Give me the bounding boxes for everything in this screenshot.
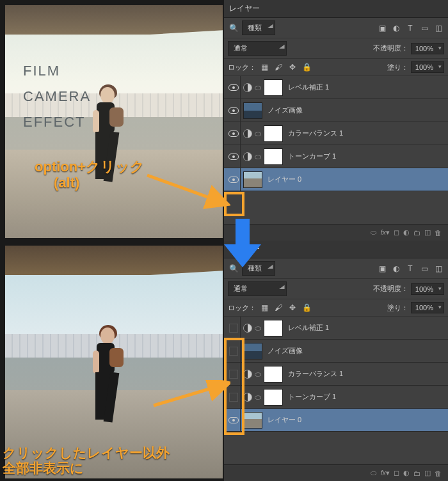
filter-pixel-icon[interactable]: ▣ bbox=[376, 263, 388, 274]
layer-noise[interactable]: ノイズ画像 bbox=[224, 340, 448, 363]
layer-name[interactable]: カラーバランス 1 bbox=[285, 369, 445, 379]
layer-colorbalance[interactable]: ⬭ カラーバランス 1 bbox=[224, 122, 448, 145]
photo-person bbox=[88, 325, 126, 427]
filter-smart-icon[interactable]: ◫ bbox=[433, 263, 444, 274]
layer-name[interactable]: ノイズ画像 bbox=[265, 346, 445, 356]
lock-pixels-icon[interactable]: 🖌 bbox=[273, 302, 284, 313]
mask-thumbnail bbox=[264, 389, 283, 406]
blend-row: 通常 不透明度： 100% bbox=[224, 279, 448, 299]
visibility-eye-icon[interactable] bbox=[228, 154, 239, 160]
mask-thumbnail bbox=[264, 320, 283, 336]
adjust-icon bbox=[243, 152, 252, 161]
new-layer-icon[interactable]: ◫ bbox=[424, 469, 431, 477]
opacity-label: 不透明度： bbox=[373, 43, 408, 53]
fx-icon[interactable]: fx▾ bbox=[380, 228, 390, 237]
layer-noise[interactable]: ノイズ画像 bbox=[224, 99, 448, 122]
lock-transparency-icon[interactable]: ▦ bbox=[259, 302, 270, 313]
layer-list-after: ⬭ レベル補正 1 ノイズ画像 ⬭ カラーバランス 1 ⬭ bbox=[224, 317, 448, 464]
lock-transparency-icon[interactable]: ▦ bbox=[259, 61, 270, 73]
visibility-eye-icon[interactable] bbox=[228, 107, 239, 114]
layer-name[interactable]: レベル補正 1 bbox=[285, 323, 445, 333]
layers-panel-after: レイヤー 🔍 種類 ▣ ◐ T ▭ ◫ 通常 不透明度： 100% ロック： ▦… bbox=[224, 240, 448, 481]
layer-levels[interactable]: ⬭ レベル補正 1 bbox=[224, 317, 448, 340]
fill-label: 塗り： bbox=[387, 63, 408, 72]
link-icon: ⬭ bbox=[255, 83, 261, 92]
adjust-icon bbox=[243, 324, 252, 333]
link-layers-icon[interactable]: ⬭ bbox=[371, 469, 376, 477]
lock-all-icon[interactable]: 🔒 bbox=[301, 61, 312, 73]
visibility-eye-icon[interactable] bbox=[228, 84, 239, 91]
fill-value[interactable]: 100% bbox=[411, 302, 444, 313]
filter-adjust-icon[interactable]: ◐ bbox=[390, 22, 402, 34]
layer-thumbnail bbox=[243, 412, 262, 429]
lock-all-icon[interactable]: 🔒 bbox=[301, 302, 312, 313]
opacity-value[interactable]: 100% bbox=[411, 43, 444, 54]
new-layer-icon[interactable]: ◫ bbox=[424, 228, 431, 237]
panel-footer: ⬭ fx▾ ◻ ◐ 🗀 ◫ 🗑 bbox=[224, 464, 448, 481]
visibility-eye-icon[interactable] bbox=[228, 130, 239, 137]
mask-thumbnail bbox=[264, 125, 283, 142]
link-icon: ⬭ bbox=[255, 324, 261, 333]
blend-mode-dropdown[interactable]: 通常 bbox=[228, 41, 287, 56]
layer-name[interactable]: レイヤー 0 bbox=[265, 175, 445, 184]
filter-shape-icon[interactable]: ▭ bbox=[419, 263, 430, 274]
filter-pixel-icon[interactable]: ▣ bbox=[376, 22, 388, 34]
lock-position-icon[interactable]: ✥ bbox=[287, 61, 298, 73]
new-group-icon[interactable]: 🗀 bbox=[413, 469, 420, 477]
mask-icon[interactable]: ◻ bbox=[394, 228, 399, 237]
svg-line-1 bbox=[147, 175, 225, 203]
fill-value[interactable]: 100% bbox=[411, 61, 444, 73]
layer-name[interactable]: トーンカーブ 1 bbox=[285, 152, 445, 161]
layer-levels[interactable]: ⬭ レベル補正 1 bbox=[224, 76, 448, 99]
layer-name[interactable]: レベル補正 1 bbox=[285, 83, 445, 92]
link-layers-icon[interactable]: ⬭ bbox=[371, 228, 376, 237]
opacity-value[interactable]: 100% bbox=[411, 283, 444, 295]
panel-title: レイヤー bbox=[224, 0, 448, 18]
filter-text-icon[interactable]: T bbox=[404, 263, 416, 274]
lock-pixels-icon[interactable]: 🖌 bbox=[273, 61, 284, 73]
layer-0[interactable]: レイヤー 0 bbox=[224, 168, 448, 191]
layer-thumbnail bbox=[243, 102, 262, 119]
lock-label: ロック： bbox=[228, 63, 256, 72]
layer-thumbnail bbox=[243, 171, 262, 188]
filter-shape-icon[interactable]: ▭ bbox=[419, 22, 430, 34]
lock-row: ロック： ▦ 🖌 ✥ 🔒 塗り： 100% bbox=[224, 299, 448, 317]
layer-name[interactable]: レイヤー 0 bbox=[265, 415, 445, 425]
link-icon: ⬭ bbox=[255, 129, 261, 138]
mask-icon[interactable]: ◻ bbox=[394, 469, 399, 477]
svg-line-3 bbox=[154, 384, 227, 406]
trash-icon[interactable]: 🗑 bbox=[435, 229, 442, 237]
new-adjust-icon[interactable]: ◐ bbox=[403, 469, 410, 477]
layer-colorbalance[interactable]: ⬭ カラーバランス 1 bbox=[224, 363, 448, 386]
filter-row: 🔍 種類 ▣ ◐ T ▭ ◫ bbox=[224, 18, 448, 38]
layer-name[interactable]: ノイズ画像 bbox=[265, 106, 445, 115]
link-icon: ⬭ bbox=[255, 370, 261, 379]
trash-icon[interactable]: 🗑 bbox=[435, 469, 442, 477]
layer-curves[interactable]: ⬭ トーンカーブ 1 bbox=[224, 386, 448, 409]
blend-mode-dropdown[interactable]: 通常 bbox=[228, 281, 287, 296]
filter-smart-icon[interactable]: ◫ bbox=[433, 22, 444, 34]
filter-kind-dropdown[interactable]: 種類 bbox=[242, 20, 275, 35]
lock-position-icon[interactable]: ✥ bbox=[287, 302, 298, 313]
layer-name[interactable]: カラーバランス 1 bbox=[285, 129, 445, 138]
filter-adjust-icon[interactable]: ◐ bbox=[390, 263, 402, 274]
mask-thumbnail bbox=[264, 79, 283, 96]
new-group-icon[interactable]: 🗀 bbox=[413, 229, 420, 237]
canvas-photo bbox=[5, 246, 223, 478]
annotation-all-hidden: クリックしたレイヤー以外 全部非表示に bbox=[3, 445, 170, 476]
layer-0[interactable]: レイヤー 0 bbox=[224, 409, 448, 432]
layer-curves[interactable]: ⬭ トーンカーブ 1 bbox=[224, 145, 448, 168]
visibility-off-icon[interactable] bbox=[229, 324, 238, 333]
adjust-icon bbox=[243, 129, 252, 138]
fill-label: 塗り： bbox=[387, 303, 408, 313]
opacity-label: 不透明度： bbox=[373, 284, 408, 294]
canvas-text-line2: CAMERA bbox=[23, 88, 91, 105]
search-icon[interactable]: 🔍 bbox=[228, 22, 239, 34]
mask-thumbnail bbox=[264, 366, 283, 382]
filter-text-icon[interactable]: T bbox=[404, 22, 416, 34]
fx-icon[interactable]: fx▾ bbox=[380, 469, 390, 477]
adjust-icon bbox=[243, 393, 252, 402]
new-adjust-icon[interactable]: ◐ bbox=[403, 228, 410, 237]
layer-name[interactable]: トーンカーブ 1 bbox=[285, 392, 445, 402]
transition-arrow-icon bbox=[224, 219, 261, 267]
